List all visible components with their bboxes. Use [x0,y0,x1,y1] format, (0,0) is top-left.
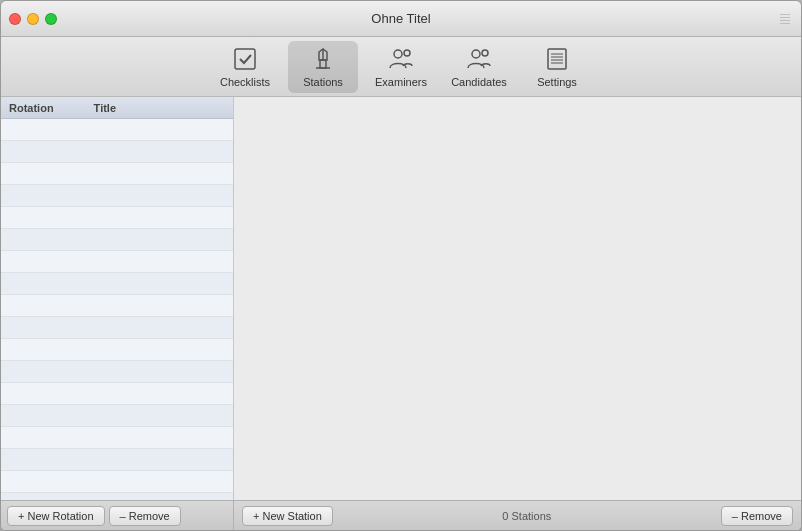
new-rotation-button[interactable]: + New Rotation [7,506,105,526]
list-item[interactable] [1,471,233,493]
bottom-bar: + New Rotation – Remove + New Station 0 … [1,500,801,530]
examiners-label: Examiners [375,76,427,88]
traffic-lights [9,13,57,25]
stations-label: Stations [303,76,343,88]
svg-rect-7 [320,60,326,68]
list-item[interactable] [1,493,233,500]
list-item[interactable] [1,317,233,339]
list-item[interactable] [1,383,233,405]
maximize-button[interactable] [45,13,57,25]
svg-point-9 [394,50,402,58]
list-item[interactable] [1,163,233,185]
svg-rect-0 [780,14,790,15]
settings-icon [543,45,571,73]
close-button[interactable] [9,13,21,25]
list-item[interactable] [1,273,233,295]
svg-point-10 [404,50,410,56]
remove-station-button[interactable]: – Remove [721,506,793,526]
list-item[interactable] [1,361,233,383]
candidates-label: Candidates [451,76,507,88]
toolbar-item-examiners[interactable]: Examiners [366,41,436,93]
left-panel-header: Rotation Title [1,97,233,119]
window-title: Ohne Titel [371,11,430,26]
svg-rect-13 [548,49,566,69]
list-item[interactable] [1,449,233,471]
list-item[interactable] [1,295,233,317]
rotation-list[interactable] [1,119,233,500]
main-content: Rotation Title [1,97,801,500]
svg-rect-2 [780,20,790,21]
toolbar-item-candidates[interactable]: Candidates [444,41,514,93]
left-panel: Rotation Title [1,97,234,500]
right-content [234,97,801,500]
station-count: 0 Stations [502,510,551,522]
list-item[interactable] [1,207,233,229]
examiners-icon [387,45,415,73]
toolbar-item-stations[interactable]: Stations [288,41,358,93]
col-rotation: Rotation [9,102,54,114]
svg-point-12 [482,50,488,56]
main-window: Ohne Titel Checklists [0,0,802,531]
list-item[interactable] [1,119,233,141]
list-item[interactable] [1,405,233,427]
candidates-icon [465,45,493,73]
list-item[interactable] [1,185,233,207]
bottom-right: + New Station 0 Stations – Remove [234,501,801,530]
col-title: Title [94,102,116,114]
toolbar-item-checklists[interactable]: Checklists [210,41,280,93]
list-item[interactable] [1,427,233,449]
list-item[interactable] [1,339,233,361]
list-item[interactable] [1,141,233,163]
new-station-button[interactable]: + New Station [242,506,333,526]
toolbar-item-settings[interactable]: Settings [522,41,592,93]
svg-point-11 [472,50,480,58]
list-item[interactable] [1,229,233,251]
minimize-button[interactable] [27,13,39,25]
bottom-left: + New Rotation – Remove [1,501,234,530]
resize-icon [777,11,793,27]
remove-rotation-button[interactable]: – Remove [109,506,181,526]
svg-rect-4 [235,49,255,69]
right-panel [234,97,801,500]
list-item[interactable] [1,251,233,273]
checklists-icon [231,45,259,73]
settings-label: Settings [537,76,577,88]
svg-rect-1 [780,17,790,18]
checklists-label: Checklists [220,76,270,88]
titlebar: Ohne Titel [1,1,801,37]
svg-rect-3 [780,23,790,24]
stations-icon [309,45,337,73]
toolbar: Checklists Stations [1,37,801,97]
